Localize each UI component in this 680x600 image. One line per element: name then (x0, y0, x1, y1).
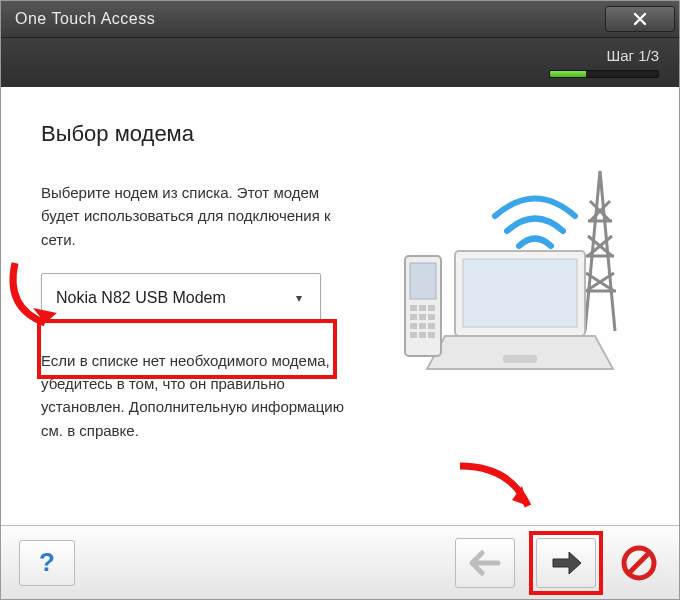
svg-rect-12 (419, 323, 426, 329)
nav-buttons (455, 531, 661, 595)
help-text: Если в списке нет необходимого модема, у… (41, 349, 351, 442)
svg-line-18 (629, 553, 649, 573)
svg-rect-9 (419, 314, 426, 320)
arrow-left-icon (468, 549, 502, 577)
svg-rect-7 (428, 305, 435, 311)
footer-bar: ? (1, 525, 679, 599)
svg-rect-1 (463, 259, 577, 327)
help-button[interactable]: ? (19, 540, 75, 586)
intro-text: Выберите нодем из списка. Этот модем буд… (41, 181, 351, 251)
help-icon: ? (39, 547, 55, 578)
text-column: Выбор модема Выберите нодем из списка. Э… (41, 121, 351, 515)
step-strip: Шаг 1/3 (1, 37, 679, 87)
svg-rect-2 (503, 355, 537, 363)
svg-rect-8 (410, 314, 417, 320)
svg-rect-14 (410, 332, 417, 338)
laptop-phone-tower-icon (375, 161, 635, 401)
chevron-down-icon: ▾ (296, 291, 302, 305)
svg-rect-11 (410, 323, 417, 329)
close-button[interactable] (605, 6, 675, 32)
step-progress (549, 70, 659, 78)
svg-rect-13 (428, 323, 435, 329)
close-icon (633, 12, 647, 26)
next-button[interactable] (536, 538, 596, 588)
window-title: One Touch Access (15, 10, 155, 28)
annotation-highlight-next (529, 531, 603, 595)
title-bar: One Touch Access (1, 1, 679, 37)
svg-rect-4 (410, 263, 436, 299)
svg-rect-15 (419, 332, 426, 338)
step-label: Шаг 1/3 (606, 47, 659, 64)
back-button[interactable] (455, 538, 515, 588)
content-area: Выбор модема Выберите нодем из списка. Э… (1, 87, 679, 525)
cancel-button[interactable] (617, 541, 661, 585)
svg-rect-5 (410, 305, 417, 311)
page-heading: Выбор модема (41, 121, 351, 147)
illustration (361, 121, 649, 515)
step-progress-fill (550, 71, 586, 77)
svg-rect-10 (428, 314, 435, 320)
modem-dropdown[interactable]: Nokia N82 USB Modem ▾ (41, 273, 321, 323)
cancel-icon (620, 544, 658, 582)
svg-rect-6 (419, 305, 426, 311)
modem-selected-value: Nokia N82 USB Modem (56, 289, 226, 307)
svg-rect-16 (428, 332, 435, 338)
app-window: One Touch Access Шаг 1/3 Выбор модема Вы… (0, 0, 680, 600)
arrow-right-icon (549, 549, 583, 577)
